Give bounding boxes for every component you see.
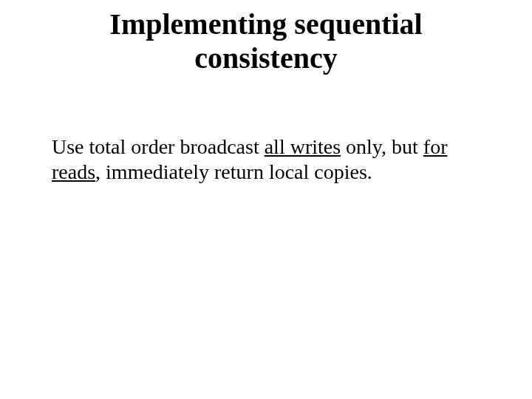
body-between: only, but xyxy=(341,135,423,158)
body-all-writes: all writes xyxy=(265,135,341,158)
slide-body: Use total order broadcast all writes onl… xyxy=(52,134,480,184)
slide: Implementing sequential consistency Use … xyxy=(0,0,532,399)
slide-title: Implementing sequential consistency xyxy=(0,7,532,75)
title-line-1: Implementing sequential xyxy=(109,7,422,41)
title-line-2: consistency xyxy=(194,41,337,75)
body-pre: Use total order broadcast xyxy=(52,135,265,158)
body-post: , immediately return local copies. xyxy=(95,160,372,183)
